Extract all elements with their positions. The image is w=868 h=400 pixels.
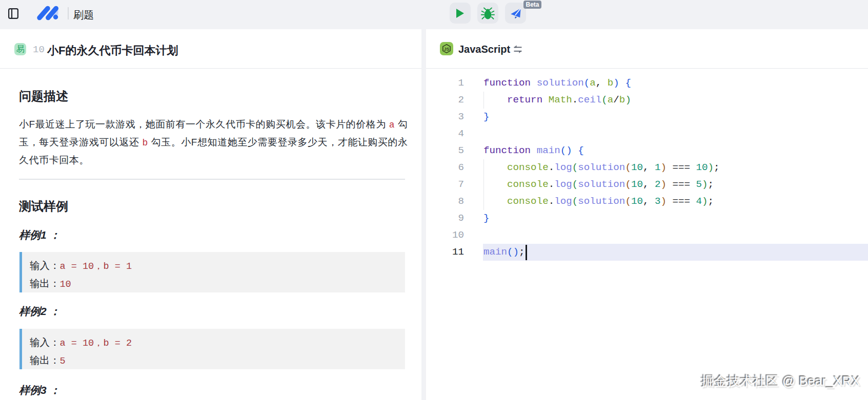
svg-text:JS: JS [444, 47, 450, 52]
